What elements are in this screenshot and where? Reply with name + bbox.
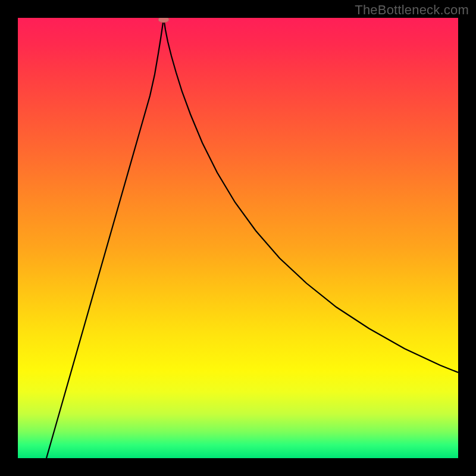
watermark-text: TheBottleneck.com xyxy=(355,2,469,18)
curve-layer xyxy=(18,18,458,458)
minimum-marker-icon xyxy=(158,18,169,23)
curve-right-branch xyxy=(164,18,458,372)
curve-left-branch xyxy=(46,18,164,458)
chart-frame: TheBottleneck.com xyxy=(0,0,476,476)
plot-area xyxy=(18,18,458,458)
